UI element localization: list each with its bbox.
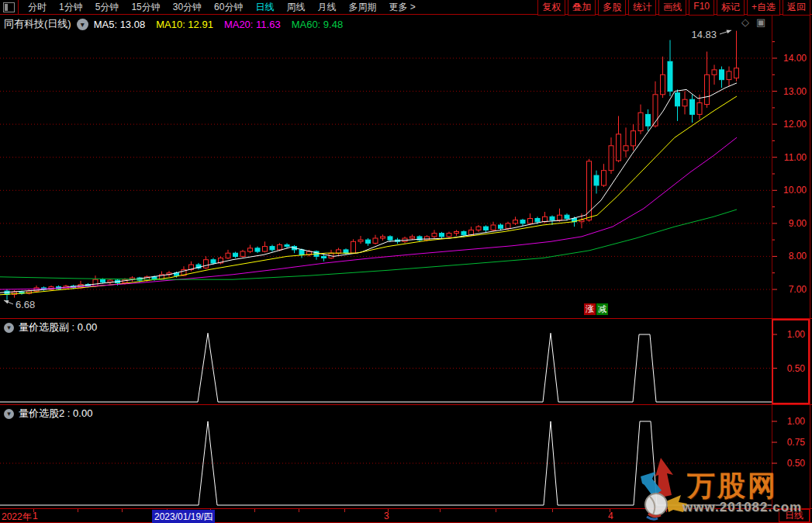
chevron-down-icon[interactable]: ▾ xyxy=(77,19,88,30)
svg-text:8.00: 8.00 xyxy=(789,251,807,262)
timeline-tick xyxy=(299,509,299,512)
toolbar-button-1[interactable]: 叠加 xyxy=(568,0,596,16)
toolbar-button-2[interactable]: 多股 xyxy=(598,0,626,16)
toolbar-button-0[interactable]: 复权 xyxy=(537,0,565,16)
timeline-month-label-2: 4 xyxy=(608,511,613,521)
svg-text:0.50: 0.50 xyxy=(787,363,806,374)
badge-jian[interactable]: 减 xyxy=(596,303,608,315)
menu-period-5[interactable]: 60分钟 xyxy=(208,1,249,14)
svg-text:12.00: 12.00 xyxy=(783,119,807,130)
timeline-year-label: 2022年 xyxy=(2,511,32,523)
panel-toggle-icon[interactable]: ▣ xyxy=(756,16,765,28)
menu-period-10[interactable]: 更多 > xyxy=(382,1,421,14)
indicator2-label: 量价选股2 : 0.00 xyxy=(19,407,92,421)
top-menu-bar: 分时1分钟5分钟15分钟30分钟60分钟日线周线月线多周期更多 > 复权叠加多股… xyxy=(0,0,812,15)
window-right-border xyxy=(810,15,810,523)
timeline-tick xyxy=(440,509,441,512)
timeline-tick xyxy=(765,509,765,512)
svg-text:0.75: 0.75 xyxy=(787,437,806,448)
main-kline-panel: 14.0013.0012.0011.0010.009.008.007.0014.… xyxy=(0,15,812,318)
indicator-panel-2: 1.000.750.50 ▾ 量价选股2 : 0.00 xyxy=(0,405,812,508)
timeline-tick xyxy=(344,509,345,512)
svg-text:9.00: 9.00 xyxy=(789,218,807,229)
indicator1-label: 量价选股副 : 0.00 xyxy=(19,320,97,334)
stock-title: 同有科技(日线) xyxy=(4,17,71,31)
chart-title-row: 同有科技(日线) ▾ MA5: 13.08MA10: 12.91MA20: 11… xyxy=(4,17,343,31)
kline-chart[interactable]: 14.0013.0012.0011.0010.009.008.007.0014.… xyxy=(0,15,812,318)
menu-separator xyxy=(18,0,19,14)
timeline-month-label-0: 1 xyxy=(33,511,38,521)
menu-period-1[interactable]: 1分钟 xyxy=(53,1,89,14)
menu-period-7[interactable]: 周线 xyxy=(280,1,311,14)
svg-text:13.00: 13.00 xyxy=(783,86,807,97)
indicator2-chart[interactable]: 1.000.750.50 xyxy=(0,405,812,508)
svg-text:6.68: 6.68 xyxy=(16,299,35,310)
menu-period-3[interactable]: 15分钟 xyxy=(125,1,166,14)
timeline-tick xyxy=(254,509,255,512)
ma-values: MA5: 13.08MA10: 12.91MA20: 11.63MA60: 9.… xyxy=(94,19,343,30)
layout-panel-icon[interactable] xyxy=(3,2,15,12)
period-box[interactable]: 日线 xyxy=(779,509,810,522)
ma-label-3: MA60: 9.48 xyxy=(292,19,344,30)
svg-text:11.00: 11.00 xyxy=(784,152,807,163)
timeline-tick xyxy=(723,509,724,512)
toolbar-button-4[interactable]: 画线 xyxy=(658,0,686,16)
svg-text:14.83: 14.83 xyxy=(691,29,717,40)
menu-period-0[interactable]: 分时 xyxy=(22,1,53,14)
svg-text:10.00: 10.00 xyxy=(783,185,807,196)
ma-label-2: MA20: 11.63 xyxy=(224,19,281,30)
toolbar-button-6[interactable]: 标记 xyxy=(717,0,745,16)
timeline-bar[interactable]: 2022年 134 2023/01/19/四 日线 xyxy=(0,508,812,523)
timeline-month-label-1: 3 xyxy=(384,511,389,521)
menu-period-6[interactable]: 日线 xyxy=(249,1,280,14)
selected-date-label[interactable]: 2023/01/19/四 xyxy=(152,510,215,523)
timeline-tick xyxy=(78,509,78,512)
period-menu: 分时1分钟5分钟15分钟30分钟60分钟日线周线月线多周期更多 > xyxy=(22,1,422,14)
timeline-tick xyxy=(122,509,123,512)
indicator2-label-row: ▾ 量价选股2 : 0.00 xyxy=(4,407,92,421)
svg-text:0.50: 0.50 xyxy=(787,458,806,469)
menu-period-8[interactable]: 月线 xyxy=(311,1,342,14)
svg-text:14.00: 14.00 xyxy=(783,53,807,64)
svg-text:7.00: 7.00 xyxy=(789,284,807,295)
updown-badges: 涨 减 xyxy=(584,303,608,315)
toolbar-button-5[interactable]: F10 xyxy=(689,0,714,16)
chevron-down-icon[interactable]: ▾ xyxy=(4,409,14,419)
toolbar-button-3[interactable]: 统计 xyxy=(628,0,656,16)
svg-text:1.00: 1.00 xyxy=(787,416,806,427)
toolbar-button-8[interactable]: 返回 xyxy=(783,0,810,16)
timeline-tick xyxy=(666,509,667,512)
diamond-icon[interactable]: ◇ xyxy=(741,16,749,28)
timeline-tick xyxy=(496,509,496,512)
menu-period-2[interactable]: 5分钟 xyxy=(89,1,126,14)
ma-label-0: MA5: 13.08 xyxy=(94,19,146,30)
toolbar-buttons: 复权叠加多股统计画线F10标记+自选返回 xyxy=(537,0,812,16)
badge-zhang[interactable]: 涨 xyxy=(584,303,596,315)
indicator1-label-row: ▾ 量价选股副 : 0.00 xyxy=(4,320,97,334)
menu-period-4[interactable]: 30分钟 xyxy=(167,1,208,14)
indicator1-chart[interactable]: 1.000.50 xyxy=(0,319,812,404)
menu-period-9[interactable]: 多周期 xyxy=(342,1,382,14)
ma-label-1: MA10: 12.91 xyxy=(156,19,213,30)
chevron-down-icon[interactable]: ▾ xyxy=(4,323,14,333)
indicator-panel-1: 1.000.50 ▾ 量价选股副 : 0.00 xyxy=(0,319,812,404)
timeline-tick xyxy=(552,509,553,512)
toolbar-button-7[interactable]: +自选 xyxy=(747,0,780,16)
stock-app-window: 分时1分钟5分钟15分钟30分钟60分钟日线周线月线多周期更多 > 复权叠加多股… xyxy=(0,0,812,523)
svg-text:1.00: 1.00 xyxy=(787,329,806,340)
